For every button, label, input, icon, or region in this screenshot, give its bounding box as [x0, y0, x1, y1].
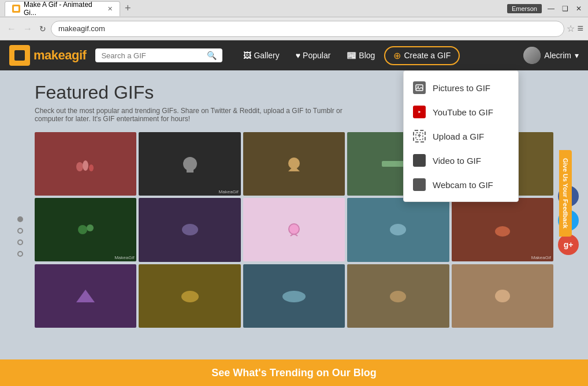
carousel-dot-4[interactable] [17, 251, 23, 257]
search-bar[interactable]: 🔍 [95, 48, 222, 62]
user-badge: Emerson [507, 4, 542, 13]
avatar [523, 47, 541, 64]
menu-item-webcam[interactable]: Webcam to GIF [404, 173, 518, 197]
svg-point-1 [418, 86, 419, 87]
logo-a: a [65, 48, 72, 62]
menu-item-pictures[interactable]: Pictures to GIF [404, 76, 518, 100]
featured-description: Check out the most popular and trending … [35, 107, 352, 123]
feedback-label: Give Us Your Feedback [562, 158, 569, 228]
site-logo[interactable]: makeagif [9, 45, 86, 66]
svg-point-21 [78, 225, 87, 234]
svg-point-24 [289, 224, 299, 234]
gif-item-10[interactable]: MakeaGif [452, 198, 553, 261]
browser-titlebar: Make A Gif - Animated Gi... ✕ + Emerson … [0, 0, 588, 17]
gif-item-1[interactable] [35, 132, 136, 196]
gif-item-11[interactable] [35, 264, 136, 328]
gif-item-6[interactable]: MakeaGif [35, 198, 136, 261]
minimize-button[interactable]: — [546, 4, 556, 13]
webcam-icon [413, 178, 426, 191]
carousel-dot-3[interactable] [17, 239, 23, 245]
logo-gif: gif [72, 48, 86, 62]
menu-item-upload[interactable]: Upload a GIF [404, 124, 518, 148]
plus-icon: ⊕ [393, 50, 401, 61]
bottom-bar[interactable]: See What's Trending on Our Blog [0, 359, 588, 386]
gif-item-3[interactable] [243, 132, 345, 196]
svg-point-22 [87, 224, 94, 231]
browser-toolbar: ← → ↻ makeagif.com ☆ ≡ [0, 17, 588, 40]
nav-blog[interactable]: 📰 Blog [340, 47, 382, 63]
bottom-bar-text: See What's Trending on Our Blog [211, 367, 376, 379]
svg-point-30 [390, 291, 406, 302]
gif-item-7[interactable] [139, 198, 240, 261]
gallery-icon: 🖼 [243, 51, 251, 60]
user-menu[interactable]: Alecrim ▾ [523, 47, 579, 64]
logo-icon [9, 45, 30, 66]
create-dropdown: Pictures to GIF YouTube to GIF Upload a … [403, 70, 519, 202]
nav-gallery[interactable]: 🖼 Gallery [236, 47, 286, 63]
gallery-label: Gallery [254, 51, 279, 60]
gif-item-12[interactable] [139, 264, 240, 328]
svg-point-29 [282, 291, 306, 302]
svg-marker-27 [76, 290, 95, 302]
username: Alecrim [544, 51, 571, 60]
svg-point-25 [390, 224, 406, 235]
svg-rect-11 [418, 188, 421, 188]
pictures-icon [413, 81, 426, 94]
svg-point-23 [182, 224, 198, 235]
gif-item-13[interactable] [243, 264, 345, 328]
svg-point-31 [495, 290, 510, 302]
gif-item-15[interactable] [452, 264, 553, 328]
pictures-label: Pictures to GIF [433, 83, 490, 93]
heart-icon: ♥ [296, 51, 300, 60]
gif-item-14[interactable] [347, 264, 449, 328]
search-input[interactable] [101, 51, 203, 60]
search-icon[interactable]: 🔍 [207, 51, 217, 60]
carousel-dot-2[interactable] [17, 228, 23, 234]
upload-icon [413, 130, 426, 143]
gif-item-2[interactable]: MakeaGif [139, 132, 240, 196]
nav-popular[interactable]: ♥ Popular [289, 47, 338, 63]
svg-rect-6 [416, 158, 420, 163]
create-gif-button[interactable]: ⊕ Create a GIF [384, 46, 460, 65]
tab-close-btn[interactable]: ✕ [107, 5, 113, 13]
address-bar[interactable]: makeagif.com [51, 21, 564, 37]
browser-tab[interactable]: Make A Gif - Animated Gi... ✕ [5, 1, 120, 16]
close-button[interactable]: ✕ [574, 4, 583, 13]
refresh-button[interactable]: ↻ [37, 22, 49, 36]
svg-point-26 [495, 226, 510, 237]
titlebar-left: Make A Gif - Animated Gi... ✕ + [5, 1, 131, 16]
popular-label: Popular [303, 51, 330, 60]
video-icon [413, 154, 426, 167]
tab-favicon [12, 5, 20, 13]
svg-rect-16 [187, 168, 193, 173]
menu-item-youtube[interactable]: YouTube to GIF [404, 100, 518, 124]
new-tab-button[interactable]: + [125, 2, 131, 14]
gif-item-8[interactable] [243, 198, 345, 261]
site-header: makeagif 🔍 🖼 Gallery ♥ Popular 📰 Blog ⊕ … [0, 40, 588, 70]
svg-point-13 [83, 160, 88, 171]
carousel-dots[interactable] [17, 216, 23, 257]
bookmark-button[interactable]: ☆ [567, 23, 575, 34]
youtube-label: YouTube to GIF [433, 107, 493, 117]
svg-point-9 [419, 183, 420, 185]
svg-point-12 [76, 162, 83, 171]
google-icon-label: g+ [564, 240, 574, 249]
back-button[interactable]: ← [5, 21, 18, 36]
forward-button[interactable]: → [21, 21, 35, 36]
blog-label: Blog [359, 51, 375, 60]
logo-text: makeagif [34, 48, 86, 63]
menu-item-video[interactable]: Video to GIF [404, 148, 518, 173]
svg-marker-7 [421, 159, 423, 163]
gif-watermark-10: MakeaGif [531, 255, 551, 260]
gif-item-9[interactable] [347, 198, 449, 261]
carousel-dot-1[interactable] [17, 216, 23, 222]
browser-menu-button[interactable]: ≡ [577, 23, 583, 35]
svg-rect-10 [419, 186, 420, 188]
maximize-button[interactable]: ❑ [560, 4, 570, 13]
blog-icon: 📰 [347, 51, 356, 60]
svg-point-28 [181, 291, 199, 302]
titlebar-right: Emerson — ❑ ✕ [507, 4, 583, 13]
gif-watermark-2: MakeaGif [219, 189, 239, 194]
google-button[interactable]: g+ [558, 234, 579, 255]
feedback-tab[interactable]: Give Us Your Feedback [559, 150, 572, 237]
